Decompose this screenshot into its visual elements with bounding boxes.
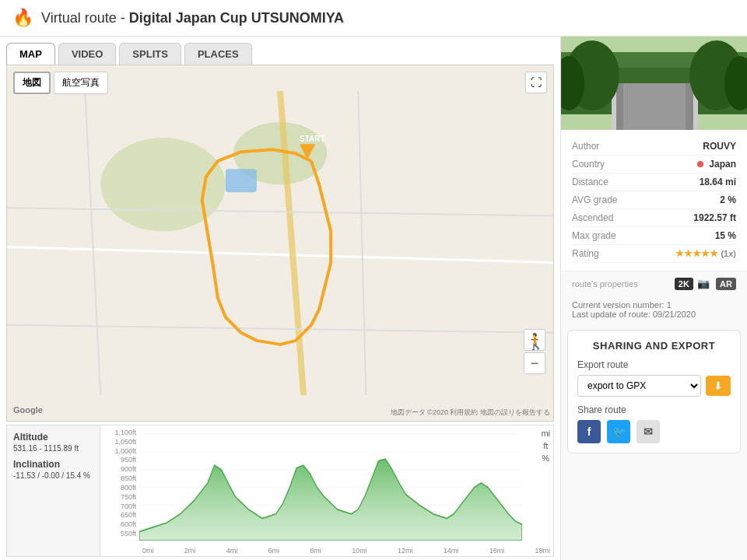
- route-badges: 2K 📷 AR: [672, 278, 736, 289]
- distance-label: Distance: [572, 177, 608, 187]
- inclination-value: -11.53 / -0.00 / 15.4 %: [13, 471, 93, 480]
- elevation-panel: Altitude 531.16 - 1115.89 ft Inclination…: [6, 425, 554, 557]
- export-label: Export route: [577, 359, 731, 370]
- page-title: Virtual route - Digital Japan Cup UTSUNO…: [41, 10, 344, 26]
- export-select[interactable]: export to GPX export to TCX export to FI…: [577, 375, 701, 397]
- svg-text:START: START: [300, 135, 326, 143]
- distance-row: Distance 18.64 mi: [572, 173, 736, 191]
- twitter-share-button[interactable]: 🐦: [607, 420, 630, 443]
- elevation-y-axis: 1,100ft 1,050ft 1,000ft 950ft 900ft 850f…: [100, 425, 139, 541]
- inclination-label: Inclination: [13, 459, 93, 470]
- zoom-out-button[interactable]: −: [524, 352, 545, 374]
- social-row: f 🐦 ✉: [577, 420, 731, 443]
- altitude-value: 531.16 - 1115.89 ft: [13, 444, 93, 453]
- avg-grade-value: 2 %: [720, 194, 736, 205]
- camera-icon: 📷: [697, 278, 710, 289]
- tab-video[interactable]: VIDEO: [58, 43, 116, 65]
- tab-map[interactable]: MAP: [6, 43, 55, 65]
- elevation-chart: 1,100ft 1,050ft 1,000ft 950ft 900ft 850f…: [100, 425, 553, 556]
- export-download-button[interactable]: ⬇: [706, 376, 731, 396]
- app-header: 🔥 Virtual route - Digital Japan Cup UTSU…: [0, 0, 747, 37]
- tab-bar: MAP VIDEO SPLITS PLACES: [0, 37, 560, 65]
- unit-mi-button[interactable]: mi: [541, 429, 550, 438]
- route-props-label: route's properties: [572, 279, 638, 289]
- map-container: START 地図 航空写真 ⛶ + − 🚶 Goog: [6, 65, 554, 422]
- max-grade-value: 15 %: [715, 230, 736, 241]
- tab-splits[interactable]: SPLITS: [119, 43, 181, 65]
- facebook-share-button[interactable]: f: [577, 420, 601, 443]
- route-image: [561, 37, 747, 130]
- route-properties: route's properties 2K 📷 AR: [561, 271, 747, 296]
- unit-pct-button[interactable]: %: [541, 453, 550, 463]
- country-value: Japan: [697, 159, 736, 170]
- ascended-label: Ascended: [572, 212, 613, 223]
- svg-rect-3: [226, 169, 257, 192]
- unit-ft-button[interactable]: ft: [541, 441, 550, 450]
- app-logo: 🔥: [12, 8, 33, 28]
- version-line1: Current version number: 1: [572, 300, 736, 310]
- export-row: export to GPX export to TCX export to FI…: [577, 375, 731, 397]
- elevation-units: mi ft %: [538, 425, 553, 466]
- route-stats: Author ROUVY Country Japan Distance 18.6…: [561, 130, 747, 271]
- map-layer-controls: 地図 航空写真: [13, 72, 108, 94]
- country-row: Country Japan: [572, 156, 736, 173]
- svg-rect-22: [623, 83, 686, 130]
- pegman-button[interactable]: 🚶: [526, 332, 545, 351]
- distance-value: 18.64 mi: [700, 177, 736, 187]
- elevation-x-axis: 0mi 2mi 4mi 6mi 8mi 10mi 12mi 14mi 16mi …: [139, 545, 553, 556]
- country-dot: [697, 161, 703, 167]
- right-panel: Author ROUVY Country Japan Distance 18.6…: [560, 37, 747, 560]
- rating-row: Rating ★★★★★ (1x): [572, 245, 736, 263]
- rating-stars: ★★★★★: [675, 248, 718, 259]
- map-attribution: 地図データ ©2020 利用規約 地図の誤りを報告する: [391, 408, 550, 418]
- author-label: Author: [572, 141, 599, 152]
- rating-count: (1x): [721, 249, 736, 258]
- max-grade-label: Max grade: [572, 230, 616, 241]
- layer-satellite-button[interactable]: 航空写真: [54, 72, 108, 94]
- svg-point-1: [100, 138, 225, 231]
- max-grade-row: Max grade 15 %: [572, 227, 736, 245]
- email-share-button[interactable]: ✉: [637, 420, 660, 443]
- sharing-title: SHARING AND EXPORT: [577, 340, 731, 352]
- author-value: ROUVY: [703, 141, 736, 152]
- ascended-value: 1922.57 ft: [693, 212, 736, 223]
- expand-icon: ⛶: [531, 76, 542, 89]
- tab-places[interactable]: PLACES: [184, 43, 252, 65]
- layer-map-button[interactable]: 地図: [13, 72, 51, 94]
- badge-ar: AR: [716, 278, 736, 290]
- rating-value: ★★★★★ (1x): [675, 248, 736, 259]
- google-logo: Google: [13, 405, 43, 415]
- ascended-row: Ascended 1922.57 ft: [572, 209, 736, 227]
- version-line2: Last update of route: 09/21/2020: [572, 310, 736, 319]
- country-label: Country: [572, 159, 605, 170]
- altitude-label: Altitude: [13, 432, 93, 443]
- share-label: Share route: [577, 404, 731, 415]
- rating-label: Rating: [572, 248, 599, 259]
- avg-grade-label: AVG grade: [572, 194, 617, 205]
- version-info: Current version number: 1 Last update of…: [561, 296, 747, 324]
- elevation-info: Altitude 531.16 - 1115.89 ft Inclination…: [7, 425, 100, 556]
- avg-grade-row: AVG grade 2 %: [572, 191, 736, 209]
- sharing-section: SHARING AND EXPORT Export route export t…: [567, 330, 741, 453]
- map-expand-button[interactable]: ⛶: [525, 72, 547, 93]
- author-row: Author ROUVY: [572, 138, 736, 156]
- badge-2k: 2K: [675, 278, 693, 290]
